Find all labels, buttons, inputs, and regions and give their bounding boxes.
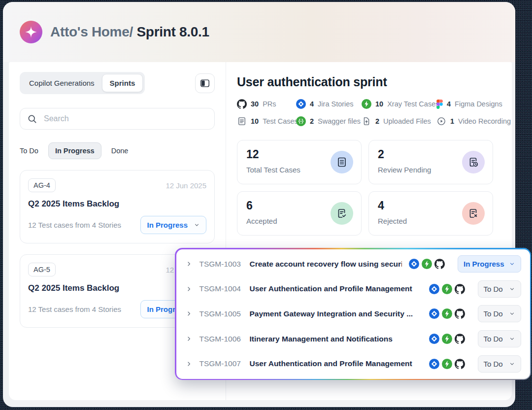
figma-icon: [436, 100, 443, 109]
rejected-icon: [462, 202, 485, 225]
xray-icon: [362, 99, 371, 109]
task-id: TSGM-1007: [200, 359, 243, 368]
xray-icon: [442, 284, 452, 294]
filter-todo[interactable]: To Do: [20, 147, 38, 155]
stat-swagger-files: 2Swagger files: [296, 116, 362, 126]
search-icon: [27, 114, 37, 124]
sprint-card-subtitle: 12 Test cases from 4 Stories: [28, 221, 121, 229]
expand-chevron-icon[interactable]: [185, 285, 193, 293]
jira-icon: [296, 99, 306, 109]
github-icon: [455, 334, 465, 344]
video-recording-icon: [436, 116, 446, 126]
expand-chevron-icon[interactable]: [185, 260, 193, 268]
filter-done[interactable]: Done: [111, 147, 129, 155]
sprint-card-title: Q2 2025 Items Backlog: [28, 199, 206, 209]
stat-jira-stories: 4Jira Stories: [296, 99, 362, 109]
uploaded-files-icon: [362, 116, 371, 126]
task-status-dropdown[interactable]: In Progress: [458, 255, 521, 273]
expand-chevron-icon[interactable]: [185, 335, 193, 342]
sprint-date: 12 Jun 2025: [166, 181, 206, 190]
stat-video-recording: 1Video Recording: [436, 116, 512, 126]
sidebar-collapse-button[interactable]: [195, 73, 215, 93]
sprint-id-badge: AG-5: [28, 263, 56, 276]
task-title: Create account recovery flow using secur…: [250, 260, 402, 269]
task-row[interactable]: TSGM-1003 Create account recovery flow u…: [176, 252, 530, 277]
task-status-dropdown[interactable]: To Do: [478, 355, 521, 373]
tab-copilot-generations[interactable]: Copilot Generations: [22, 74, 102, 92]
task-row[interactable]: TSGM-1006 Itinerary Management and Notif…: [176, 326, 530, 351]
card-accepted: 6 Accepted: [237, 191, 362, 236]
github-icon: [237, 99, 247, 109]
jira-icon: [429, 359, 439, 369]
task-title: User Authentication and Profile Manageme…: [250, 284, 422, 293]
view-segmented-control: Copilot Generations Sprints: [20, 72, 145, 94]
search-input[interactable]: [43, 114, 207, 124]
filter-in-progress[interactable]: In Progress: [48, 142, 101, 159]
card-rejected: 4 Rejected: [368, 191, 493, 236]
tab-sprints[interactable]: Sprints: [102, 74, 143, 92]
stat-xray-test-cases: 10Xray Test Cases: [362, 99, 436, 109]
card-total-test-cases: 12 Total Test Cases: [237, 140, 362, 184]
sprint-card-ag-4[interactable]: AG-4 12 Jun 2025 Q2 2025 Items Backlog 1…: [20, 170, 215, 243]
app-logo: [20, 21, 42, 43]
xray-icon: [442, 359, 452, 369]
jira-icon: [429, 284, 439, 294]
chevron-down-icon: [509, 336, 515, 342]
github-icon: [455, 359, 465, 369]
task-id: TSGM-1004: [200, 284, 243, 293]
accepted-icon: [331, 202, 353, 225]
task-id: TSGM-1003: [200, 260, 243, 269]
sprint-detail-title: User authentication sprint: [237, 75, 512, 89]
github-icon: [455, 308, 465, 319]
status-filters: To Do In Progress Done: [20, 142, 215, 159]
task-id: TSGM-1006: [200, 335, 243, 343]
sidebar-toggle-icon: [200, 78, 210, 89]
chevron-down-icon: [509, 286, 515, 292]
chevron-down-icon: [194, 222, 200, 228]
task-title: Itinerary Management and Notifications: [250, 335, 422, 343]
chevron-down-icon: [509, 261, 515, 267]
task-status-dropdown[interactable]: To Do: [478, 330, 521, 347]
task-row[interactable]: TSGM-1005 Payment Gateway Integration an…: [176, 302, 530, 327]
github-icon: [434, 259, 445, 269]
task-row[interactable]: TSGM-1004 User Authentication and Profil…: [176, 276, 530, 302]
jira-icon: [409, 259, 419, 269]
star-icon: [24, 25, 38, 39]
task-list-overlay: TSGM-1003 Create account recovery flow u…: [175, 248, 531, 380]
chevron-down-icon: [509, 310, 515, 317]
swagger-icon: [296, 116, 306, 126]
task-list-panel: TSGM-1003 Create account recovery flow u…: [176, 249, 530, 379]
task-row[interactable]: TSGM-1007 User Authentication and Profil…: [176, 351, 530, 376]
review-pending-icon: [462, 151, 485, 173]
summary-cards: 12 Total Test Cases 2 Review Pending 6 A…: [237, 140, 512, 236]
search-box: [20, 108, 215, 130]
card-review-pending: 2 Review Pending: [368, 140, 493, 184]
xray-icon: [442, 334, 452, 344]
expand-chevron-icon[interactable]: [185, 310, 193, 317]
total-test-cases-icon: [331, 151, 353, 173]
jira-icon: [429, 308, 439, 319]
page-title: Atto's Home/ Sprint 8.0.1: [50, 24, 209, 40]
stat-test-cases: 10Test Cases: [237, 116, 296, 126]
task-title: User Authentication and Profile Manageme…: [250, 359, 422, 368]
expand-chevron-icon[interactable]: [185, 360, 193, 368]
sprint-status-dropdown[interactable]: In Progress: [140, 216, 206, 234]
github-icon: [455, 284, 465, 294]
sprint-name: Sprint 8.0.1: [136, 24, 209, 39]
breadcrumb: Atto's Home/: [50, 24, 133, 39]
task-status-dropdown[interactable]: To Do: [478, 280, 521, 298]
sprint-id-badge: AG-4: [28, 178, 56, 192]
stat-uploaded-files: 2Uploaded Files: [362, 116, 436, 126]
xray-icon: [422, 259, 432, 269]
stat-prs: 30PRs: [237, 99, 296, 109]
sprint-stats: 30PRs 4Jira Stories 10Xray Test Cases 4F…: [237, 99, 512, 126]
sprint-card-subtitle: 12 Test cases from 4 Stories: [28, 305, 121, 313]
task-id: TSGM-1005: [200, 309, 243, 318]
chevron-down-icon: [509, 361, 515, 367]
xray-icon: [442, 308, 452, 319]
task-status-dropdown[interactable]: To Do: [478, 305, 521, 322]
task-title: Payment Gateway Integration and Security…: [250, 309, 422, 318]
jira-icon: [429, 334, 439, 344]
test-cases-icon: [237, 116, 247, 126]
stat-figma-designs: 4Figma Designs: [436, 99, 512, 109]
